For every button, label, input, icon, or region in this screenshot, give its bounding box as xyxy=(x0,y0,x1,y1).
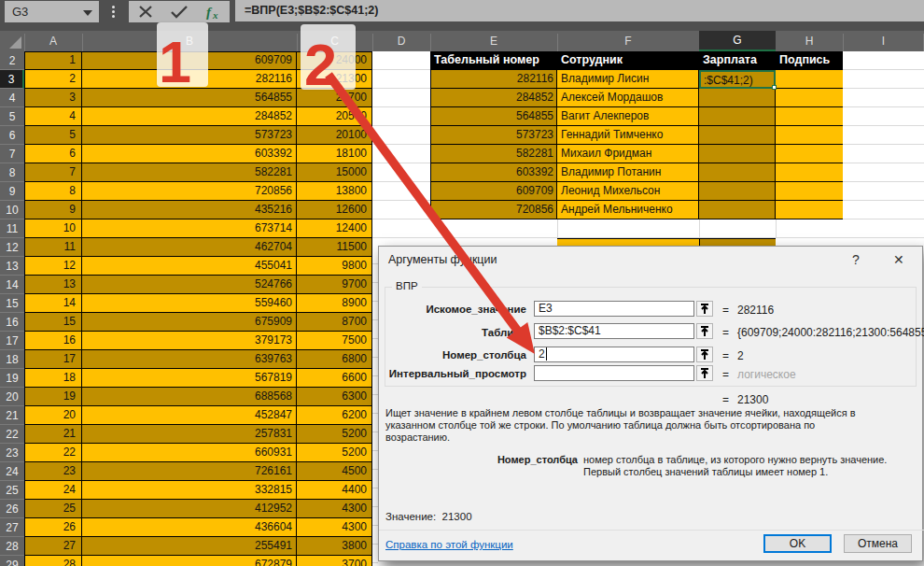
svg-text:x: x xyxy=(212,9,218,21)
svg-text:f: f xyxy=(206,5,213,20)
